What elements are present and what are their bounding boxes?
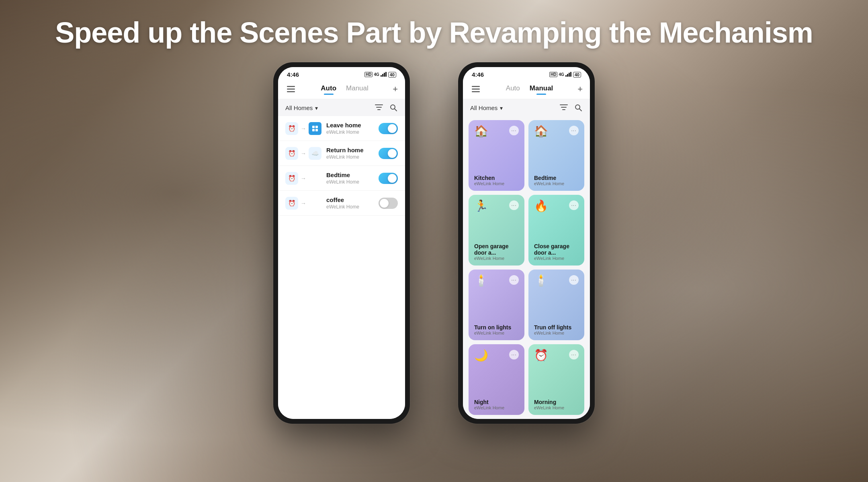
scene-card-lights-on[interactable]: 🕯️ ··· Turn on lights eWeLink Home [469, 270, 524, 340]
scene-emoji-garage-open: 🏃 [474, 200, 488, 212]
svg-rect-5 [287, 89, 295, 90]
all-homes-button-right[interactable]: All Homes [470, 104, 503, 111]
trigger-icon-3: ⏰ [285, 172, 298, 185]
svg-rect-14 [312, 129, 315, 131]
arrow-icon-1: → [301, 125, 306, 132]
list-item[interactable]: ⏰ → ☁️ Return home eWeLink Home [278, 141, 405, 166]
svg-rect-3 [385, 72, 387, 77]
menu-icon-left[interactable] [285, 84, 297, 95]
tab-auto-left[interactable]: Auto [321, 84, 336, 94]
scene-card-morning[interactable]: ⏰ ··· Morning eWeLink Home [528, 344, 584, 415]
scene-card-bedtime[interactable]: 🏠 ··· Bedtime eWeLink Home [528, 120, 584, 191]
scene-menu-kitchen[interactable]: ··· [509, 126, 519, 135]
scene-name-4: coffee [326, 196, 379, 203]
nav-bar-left: Auto Manual + [278, 80, 405, 99]
svg-rect-20 [472, 86, 480, 87]
svg-rect-23 [560, 104, 568, 105]
add-scene-button-right[interactable]: + [577, 84, 583, 94]
phones-container: 4:46 HD 4G 40 Auto Manual [0, 62, 868, 424]
manual-scenes-grid: 🏠 ··· Kitchen eWeLink Home 🏠 ··· [463, 116, 590, 419]
scene-name-morning: Morning [534, 399, 579, 405]
scene-sub-garage-close: eWeLink Home [534, 256, 579, 261]
search-icon-left[interactable] [389, 103, 398, 112]
scene-card-night[interactable]: 🌙 ··· Night eWeLink Home [469, 344, 524, 415]
scene-menu-bedtime[interactable]: ··· [569, 126, 579, 135]
signal-4g-left: 4G [374, 72, 379, 77]
filter-bar-right: All Homes [463, 99, 590, 116]
action-icon-1 [309, 122, 321, 135]
svg-rect-4 [287, 86, 295, 87]
scene-name-lights-on: Turn on lights [474, 324, 519, 331]
svg-rect-25 [562, 109, 565, 110]
list-item[interactable]: ⏰ → Bedtime eWeLink Home [278, 166, 405, 191]
scene-name-garage-open: Open garage door a... [474, 243, 519, 256]
scene-emoji-night: 🌙 [474, 350, 488, 361]
status-bar-left: 4:46 HD 4G 40 [278, 67, 405, 80]
svg-rect-9 [377, 109, 381, 110]
scene-toggle-4[interactable] [379, 198, 398, 209]
svg-rect-0 [381, 75, 382, 77]
arrow-icon-4: → [301, 200, 306, 206]
list-item[interactable]: ⏰ → coffee eWeLink Home [278, 191, 405, 216]
tab-manual-left[interactable]: Manual [346, 84, 368, 94]
scene-menu-garage-open[interactable]: ··· [509, 200, 519, 210]
phone-left: 4:46 HD 4G 40 Auto Manual [273, 62, 410, 424]
scene-sub-night: eWeLink Home [474, 405, 519, 410]
scene-name-3: Bedtime [326, 172, 379, 178]
svg-rect-24 [561, 107, 567, 108]
status-time-right: 4:46 [472, 71, 484, 78]
scene-text-lights-on: Turn on lights eWeLink Home [474, 320, 519, 335]
status-bar-right: 4:46 HD 4G 40 [463, 67, 590, 80]
menu-icon-right[interactable] [470, 84, 481, 95]
scene-card-top-night: 🌙 ··· [474, 350, 519, 361]
add-scene-button-left[interactable]: + [393, 84, 398, 94]
scene-menu-lights-off[interactable]: ··· [569, 275, 579, 285]
phone-right-screen: 4:46 HD 4G 40 Auto Manual [463, 67, 590, 419]
scene-toggle-3[interactable] [379, 173, 398, 184]
scene-card-kitchen[interactable]: 🏠 ··· Kitchen eWeLink Home [469, 120, 524, 191]
all-homes-label-left: All Homes [285, 104, 313, 111]
scene-emoji-lights-on: 🕯️ [474, 275, 488, 286]
all-homes-button-left[interactable]: All Homes [285, 104, 318, 111]
tab-auto-right[interactable]: Auto [506, 84, 520, 94]
scene-sub-2: eWeLink Home [326, 154, 379, 160]
scene-card-garage-close[interactable]: 🔥 ··· Close garage door a... eWeLink Hom… [528, 195, 584, 266]
search-icon-right[interactable] [574, 103, 583, 112]
nav-bar-right: Auto Manual + [463, 80, 590, 99]
svg-rect-19 [570, 72, 571, 77]
tab-manual-right[interactable]: Manual [530, 84, 553, 94]
scene-icons-3: ⏰ → [285, 172, 321, 185]
scene-text-lights-off: Trun off lights eWeLink Home [534, 320, 579, 335]
scene-menu-morning[interactable]: ··· [569, 350, 579, 359]
trigger-icon-4: ⏰ [285, 197, 298, 210]
filter-icons-right [559, 103, 583, 112]
auto-scenes-list: ⏰ → Leave home eWeLink Home [278, 116, 405, 419]
scene-card-top-morning: ⏰ ··· [534, 350, 579, 361]
scene-card-top-kitchen: 🏠 ··· [474, 126, 519, 137]
sort-icon-right[interactable] [559, 103, 568, 112]
scene-card-top-lights-on: 🕯️ ··· [474, 275, 519, 286]
svg-rect-6 [287, 91, 295, 92]
scene-menu-night[interactable]: ··· [509, 350, 519, 359]
svg-rect-18 [569, 73, 570, 77]
scene-card-lights-off[interactable]: 🕯️ ··· Trun off lights eWeLink Home [528, 270, 584, 340]
arrow-icon-2: → [301, 150, 306, 157]
svg-rect-15 [315, 129, 318, 131]
wifi-icon-left [381, 72, 387, 78]
scene-toggle-2[interactable] [379, 148, 398, 159]
trigger-icon-1: ⏰ [285, 122, 298, 135]
scene-menu-garage-close[interactable]: ··· [569, 200, 579, 210]
scene-card-garage-open[interactable]: 🏃 ··· Open garage door a... eWeLink Home [469, 195, 524, 266]
scene-toggle-1[interactable] [379, 123, 398, 134]
scene-menu-lights-on[interactable]: ··· [509, 275, 519, 285]
list-item[interactable]: ⏰ → Leave home eWeLink Home [278, 116, 405, 141]
scene-emoji-bedtime: 🏠 [534, 126, 548, 137]
battery-icon-right: 40 [573, 72, 581, 78]
scene-card-top-lights-off: 🕯️ ··· [534, 275, 579, 286]
scene-info-2: Return home eWeLink Home [326, 147, 379, 160]
sort-icon-left[interactable] [375, 103, 383, 112]
svg-line-27 [579, 109, 582, 111]
scene-sub-morning: eWeLink Home [534, 405, 579, 410]
svg-line-11 [395, 109, 397, 111]
svg-rect-21 [472, 89, 480, 90]
